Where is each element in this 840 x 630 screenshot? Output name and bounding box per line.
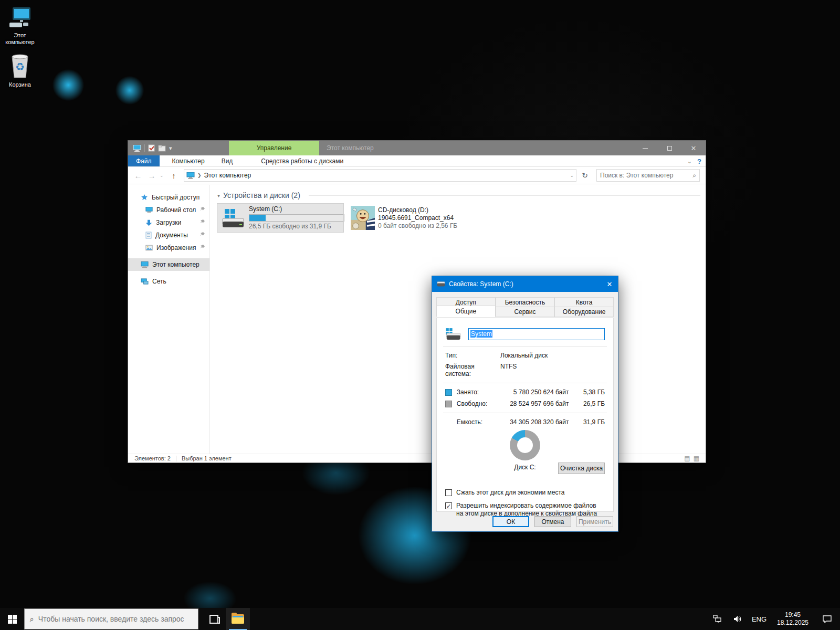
expand-ribbon-chevron-icon[interactable]: ⌄ bbox=[687, 158, 692, 165]
desktop-icon-label: Корзина bbox=[1, 81, 39, 88]
task-view-icon bbox=[209, 615, 218, 624]
sidebar-item-pictures[interactable]: Изображения bbox=[128, 242, 209, 254]
tab-computer[interactable]: Компьютер bbox=[164, 155, 213, 166]
tab-tools[interactable]: Сервис bbox=[496, 307, 555, 317]
capacity-label: Емкость: bbox=[457, 418, 499, 426]
used-size: 5,38 ГБ bbox=[569, 388, 605, 396]
collapse-group-chevron-icon[interactable]: ▾ bbox=[217, 193, 220, 198]
breadcrumb-chevron-icon[interactable]: ❯ bbox=[197, 173, 202, 178]
tab-security[interactable]: Безопасность bbox=[496, 297, 555, 307]
explorer-window: ▾ Управление Этот компьютер ✕ Файл Компь… bbox=[128, 140, 706, 463]
close-button[interactable]: ✕ bbox=[681, 141, 706, 155]
tab-disk-tools[interactable]: Средства работы с дисками bbox=[253, 155, 352, 166]
up-icon[interactable]: ↑ bbox=[168, 171, 180, 180]
capacity-size: 31,9 ГБ bbox=[569, 418, 605, 426]
tab-view[interactable]: Вид bbox=[213, 155, 242, 166]
recent-locations-chevron-icon[interactable]: ⌄ bbox=[160, 173, 166, 178]
ok-button[interactable]: ОК bbox=[492, 516, 529, 527]
volume-name-value: System bbox=[470, 330, 492, 338]
field-label: Тип: bbox=[445, 352, 500, 359]
explorer-titlebar[interactable]: ▾ Управление Этот компьютер ✕ bbox=[128, 141, 706, 155]
ribbon-contextual-group-manage[interactable]: Управление bbox=[229, 141, 319, 155]
sidebar-item-this-pc[interactable]: Этот компьютер bbox=[128, 258, 209, 271]
qat-customize-chevron-icon[interactable]: ▾ bbox=[169, 145, 172, 152]
compress-checkbox[interactable] bbox=[445, 489, 452, 496]
sidebar-item-quick-access[interactable]: Быстрый доступ bbox=[128, 191, 209, 204]
navigation-pane: Быстрый доступ Рабочий стол Загрузки Док… bbox=[128, 185, 210, 454]
capacity-donut bbox=[510, 430, 540, 460]
back-icon[interactable]: ← bbox=[132, 171, 144, 180]
volume-name-field[interactable]: System bbox=[468, 328, 605, 340]
tab-general[interactable]: Общие bbox=[436, 306, 496, 317]
desktop-icon-recycle-bin[interactable]: ♻ Корзина bbox=[1, 52, 39, 88]
compress-checkbox-row[interactable]: Сжать этот диск для экономии места bbox=[445, 489, 605, 497]
action-center-icon[interactable] bbox=[817, 608, 837, 630]
drive-tile-system-c[interactable]: System (C:) 26,5 ГБ свободно из 31,9 ГБ bbox=[217, 204, 343, 232]
indexing-checkbox[interactable]: ✓ bbox=[445, 502, 452, 509]
tab-hardware[interactable]: Оборудование bbox=[554, 307, 614, 317]
group-header[interactable]: ▾ Устройства и диски (2) bbox=[217, 191, 706, 200]
dialog-title: Свойства: System (C:) bbox=[449, 280, 597, 288]
pictures-icon bbox=[145, 245, 153, 251]
taskbar-search-input[interactable] bbox=[38, 615, 193, 623]
computer-icon[interactable] bbox=[133, 145, 141, 152]
capacity-bytes: 34 305 208 320 байт bbox=[499, 418, 569, 426]
start-button[interactable] bbox=[0, 608, 24, 630]
dialog-titlebar[interactable]: Свойства: System (C:) ✕ bbox=[432, 276, 618, 292]
window-controls: ✕ bbox=[633, 141, 706, 155]
folder-icon bbox=[232, 614, 244, 624]
dialog-close-icon[interactable]: ✕ bbox=[601, 276, 618, 292]
apply-button[interactable]: Применить bbox=[576, 516, 613, 527]
help-icon[interactable]: ? bbox=[697, 158, 701, 165]
indexing-checkbox-row[interactable]: ✓ Разрешить индексировать содержимое фай… bbox=[445, 502, 605, 518]
network-icon[interactable] bbox=[710, 608, 726, 630]
breadcrumb[interactable]: Этот компьютер bbox=[204, 172, 251, 179]
dialog-drive-icon bbox=[437, 281, 445, 287]
maximize-button[interactable] bbox=[657, 141, 681, 155]
taskbar-search[interactable]: ⌕ bbox=[24, 608, 198, 629]
sidebar-item-network[interactable]: Сеть bbox=[128, 275, 209, 288]
drive-usage-bar bbox=[249, 214, 344, 222]
task-view-button[interactable] bbox=[202, 608, 226, 630]
drive-usage-fill bbox=[249, 215, 266, 221]
free-space-row: Свободно: 28 524 957 696 байт 26,5 ГБ bbox=[445, 400, 605, 407]
refresh-icon[interactable]: ↻ bbox=[579, 171, 591, 180]
search-icon: ⌕ bbox=[30, 615, 34, 624]
drive-tile-cd-d[interactable]: CD-дисковод (D:) 19045.6691_Compact_x64 … bbox=[348, 204, 474, 232]
pin-icon bbox=[200, 219, 205, 224]
used-swatch bbox=[445, 389, 452, 396]
explorer-search[interactable]: ⌕ bbox=[596, 169, 700, 182]
dialog-buttons: ОК Отмена Применить bbox=[432, 516, 613, 527]
compress-checkbox-label: Сжать этот диск для экономии места bbox=[456, 489, 564, 497]
cancel-button[interactable]: Отмена bbox=[534, 516, 571, 527]
thumbnails-view-icon[interactable]: ▦ bbox=[694, 455, 699, 462]
sidebar-item-label: Быстрый доступ bbox=[152, 194, 200, 201]
forward-icon[interactable]: → bbox=[146, 171, 158, 180]
tab-quota[interactable]: Квота bbox=[554, 297, 614, 307]
sidebar-item-desktop[interactable]: Рабочий стол bbox=[128, 204, 209, 216]
drive-free-space: 0 байт свободно из 2,56 ГБ bbox=[378, 222, 470, 230]
sidebar-item-documents[interactable]: Документы bbox=[128, 229, 209, 242]
quick-access-toolbar: ▾ bbox=[128, 141, 172, 155]
details-view-icon[interactable]: ▤ bbox=[684, 455, 690, 462]
minimize-button[interactable] bbox=[633, 141, 657, 155]
cd-drive-icon bbox=[351, 206, 375, 230]
disk-cleanup-button[interactable]: Очистка диска bbox=[558, 463, 605, 474]
properties-dialog: Свойства: System (C:) ✕ Доступ Безопасно… bbox=[432, 276, 618, 532]
drive-free-space: 26,5 ГБ свободно из 31,9 ГБ bbox=[249, 223, 344, 230]
address-bar[interactable]: ❯ Этот компьютер ⌄ bbox=[184, 169, 576, 182]
volume-icon[interactable] bbox=[730, 608, 746, 630]
sidebar-item-downloads[interactable]: Загрузки bbox=[128, 216, 209, 229]
new-folder-icon[interactable] bbox=[158, 145, 166, 152]
file-explorer-taskbar-button[interactable] bbox=[226, 608, 250, 630]
this-pc-icon-small bbox=[141, 261, 149, 268]
dialog-tabstrip: Доступ Безопасность Квота Общие Сервис О… bbox=[436, 297, 614, 317]
desktop-icon-this-pc[interactable]: Этот компьютер bbox=[1, 6, 39, 46]
clock[interactable]: 19:45 18.12.2025 bbox=[773, 611, 813, 627]
explorer-search-input[interactable] bbox=[600, 172, 692, 179]
properties-icon[interactable] bbox=[148, 144, 155, 152]
address-dropdown-chevron-icon[interactable]: ⌄ bbox=[570, 173, 574, 178]
explorer-window-title: Этот компьютер bbox=[327, 141, 374, 155]
language-indicator[interactable]: ENG bbox=[750, 615, 769, 623]
tab-file[interactable]: Файл bbox=[128, 155, 160, 166]
